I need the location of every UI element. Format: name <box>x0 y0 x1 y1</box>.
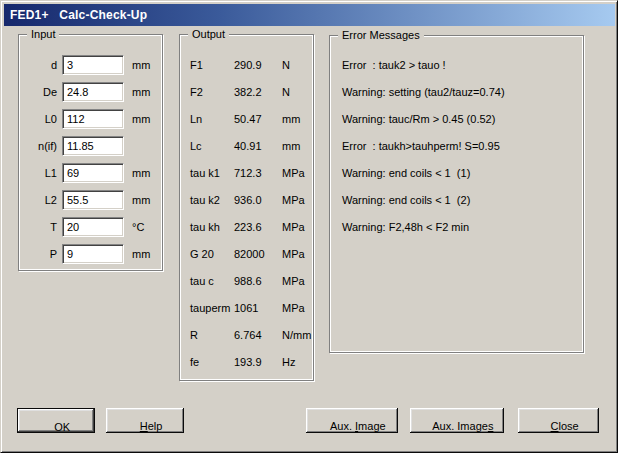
input-field-l2[interactable] <box>62 190 124 210</box>
output-unit: N <box>282 86 290 98</box>
output-label: tau c <box>190 275 234 287</box>
output-row-tauk1: tau k1 712.3 MPa <box>180 159 313 186</box>
output-value: 223.6 <box>234 221 282 233</box>
output-value: 936.0 <box>234 194 282 206</box>
output-label: G 20 <box>190 248 234 260</box>
output-row-g20: G 20 82000 MPa <box>180 240 313 267</box>
input-label-d: d <box>19 59 57 71</box>
output-row-tauperm: tauperm 1061 MPa <box>180 294 313 321</box>
button-mnemonic: H <box>140 420 148 432</box>
input-rows: d mm De mm L0 mm n(if) L1 <box>19 35 162 267</box>
output-row-r: R 6.764 N/mm <box>180 321 313 348</box>
dialog-window: FED1+ Calc-Check-Up Input d mm De mm L0 … <box>0 0 618 453</box>
output-rows: F1 290.9 N F2 382.2 N Ln 50.47 mm Lc 40.… <box>180 35 313 375</box>
error-message: Warning: tauc/Rm > 0.45 (0.52) <box>330 106 583 133</box>
output-value: 382.2 <box>234 86 282 98</box>
button-label: Aux. <box>330 420 355 432</box>
output-unit: MPa <box>282 302 305 314</box>
output-unit: MPa <box>282 167 305 179</box>
output-label: R <box>190 329 234 341</box>
title-bar[interactable]: FED1+ Calc-Check-Up <box>4 4 615 26</box>
input-group: Input d mm De mm L0 mm n(if) <box>18 34 163 271</box>
input-label-l1: L1 <box>19 167 57 179</box>
input-field-p[interactable] <box>62 244 124 264</box>
output-row-ln: Ln 50.47 mm <box>180 105 313 132</box>
output-unit: MPa <box>282 248 305 260</box>
output-value: 988.6 <box>234 275 282 287</box>
output-row-taukh: tau kh 223.6 MPa <box>180 213 313 240</box>
input-field-nif[interactable] <box>62 136 124 156</box>
output-group: Output F1 290.9 N F2 382.2 N Ln 50.47 mm… <box>179 34 314 381</box>
output-row-tauk2: tau k2 936.0 MPa <box>180 186 313 213</box>
output-row-f1: F1 290.9 N <box>180 51 313 78</box>
output-value: 712.3 <box>234 167 282 179</box>
close-button[interactable]: Close <box>518 408 599 433</box>
error-message: Warning: end coils < 1 (1) <box>330 160 583 187</box>
input-unit-p: mm <box>132 248 150 260</box>
output-unit: mm <box>282 140 300 152</box>
output-value: 1061 <box>234 302 282 314</box>
output-unit: N/mm <box>282 329 311 341</box>
output-value: 50.47 <box>234 113 282 125</box>
button-label: OK <box>54 421 70 433</box>
output-row-lc: Lc 40.91 mm <box>180 132 313 159</box>
input-label-l2: L2 <box>19 194 57 206</box>
input-field-l0[interactable] <box>62 109 124 129</box>
window-title: FED1+ Calc-Check-Up <box>4 8 147 22</box>
output-row-f2: F2 382.2 N <box>180 78 313 105</box>
output-label: tauperm <box>190 302 234 314</box>
error-message-list: Error : tauk2 > tauo ! Warning: setting … <box>330 36 583 241</box>
output-row-fe: fe 193.9 Hz <box>180 348 313 375</box>
error-message: Error : taukh>tauhperm! S=0.95 <box>330 133 583 160</box>
input-label-l0: L0 <box>19 113 57 125</box>
output-value: 6.764 <box>234 329 282 341</box>
input-field-t[interactable] <box>62 217 124 237</box>
output-value: 82000 <box>234 248 282 260</box>
input-row-nif: n(if) <box>19 132 162 159</box>
output-unit: N <box>282 59 290 71</box>
output-unit: mm <box>282 113 300 125</box>
output-unit: MPa <box>282 275 305 287</box>
error-message: Warning: setting (tau2/tauz=0.74) <box>330 79 583 106</box>
input-row-t: T °C <box>19 213 162 240</box>
output-label: F1 <box>190 59 234 71</box>
output-value: 40.91 <box>234 140 282 152</box>
input-label-de: De <box>19 86 57 98</box>
output-value: 193.9 <box>234 356 282 368</box>
button-label: mage <box>358 420 386 432</box>
input-label-t: T <box>19 221 57 233</box>
input-row-l2: L2 mm <box>19 186 162 213</box>
input-unit-l1: mm <box>132 167 150 179</box>
output-label: F2 <box>190 86 234 98</box>
input-row-p: P mm <box>19 240 162 267</box>
input-field-de[interactable] <box>62 82 124 102</box>
input-unit-l0: mm <box>132 113 150 125</box>
button-label: lose <box>559 420 579 432</box>
input-unit-t: °C <box>132 221 144 233</box>
ok-button[interactable]: OK <box>17 408 95 433</box>
output-label: tau k1 <box>190 167 234 179</box>
error-message: Warning: F2,48h < F2 min <box>330 214 583 241</box>
aux-image-button[interactable]: Aux. Image <box>306 408 398 433</box>
error-message: Warning: end coils < 1 (2) <box>330 187 583 214</box>
output-value: 290.9 <box>234 59 282 71</box>
error-message: Error : tauk2 > tauo ! <box>330 52 583 79</box>
output-unit: MPa <box>282 194 305 206</box>
help-button[interactable]: Help <box>106 408 184 433</box>
input-row-de: De mm <box>19 78 162 105</box>
aux-images-button[interactable]: Aux. Images <box>410 408 504 433</box>
input-unit-d: mm <box>132 59 150 71</box>
button-label: elp <box>148 420 163 432</box>
output-label: tau kh <box>190 221 234 233</box>
input-unit-l2: mm <box>132 194 150 206</box>
output-label: tau k2 <box>190 194 234 206</box>
input-field-d[interactable] <box>62 55 124 75</box>
input-label-nif: n(if) <box>19 140 57 152</box>
input-unit-de: mm <box>132 86 150 98</box>
input-field-l1[interactable] <box>62 163 124 183</box>
input-row-l0: L0 mm <box>19 105 162 132</box>
input-row-d: d mm <box>19 51 162 78</box>
output-unit: MPa <box>282 221 305 233</box>
output-unit: Hz <box>282 356 295 368</box>
output-label: fe <box>190 356 234 368</box>
